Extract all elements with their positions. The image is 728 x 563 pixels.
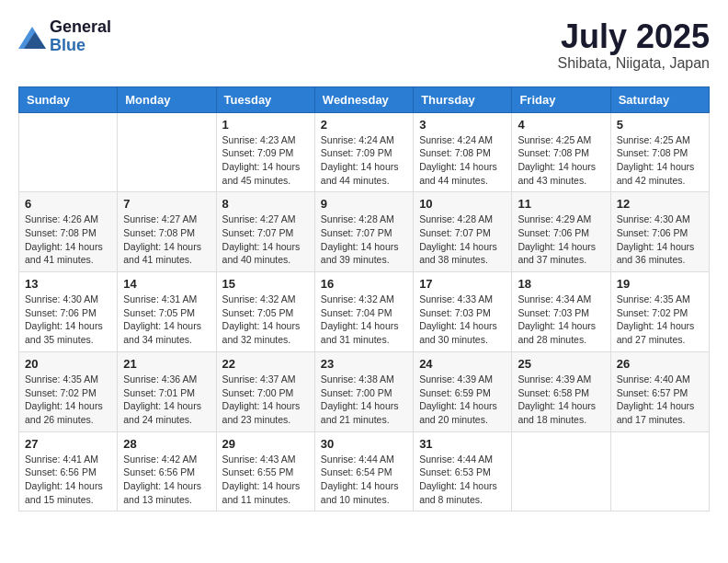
calendar-cell: 15Sunrise: 4:32 AM Sunset: 7:05 PM Dayli… [216, 272, 314, 352]
day-info: Sunrise: 4:36 AM Sunset: 7:01 PM Dayligh… [123, 373, 210, 427]
logo-icon [18, 23, 46, 51]
day-info: Sunrise: 4:30 AM Sunset: 7:06 PM Dayligh… [25, 293, 111, 347]
day-info: Sunrise: 4:27 AM Sunset: 7:08 PM Dayligh… [123, 213, 210, 267]
header-monday: Monday [118, 86, 216, 112]
day-info: Sunrise: 4:44 AM Sunset: 6:53 PM Dayligh… [419, 453, 506, 507]
calendar-cell [118, 112, 216, 192]
calendar-cell: 6Sunrise: 4:26 AM Sunset: 7:08 PM Daylig… [19, 192, 118, 272]
day-number: 18 [518, 277, 604, 291]
calendar-week-row-2: 6Sunrise: 4:26 AM Sunset: 7:08 PM Daylig… [19, 192, 710, 272]
day-info: Sunrise: 4:41 AM Sunset: 6:56 PM Dayligh… [25, 453, 111, 507]
logo-general-text: General [50, 18, 111, 37]
calendar-week-row-5: 27Sunrise: 4:41 AM Sunset: 6:56 PM Dayli… [19, 431, 710, 511]
calendar-cell: 31Sunrise: 4:44 AM Sunset: 6:53 PM Dayli… [414, 431, 512, 511]
calendar-cell: 10Sunrise: 4:28 AM Sunset: 7:07 PM Dayli… [414, 192, 512, 272]
header-tuesday: Tuesday [216, 86, 314, 112]
day-info: Sunrise: 4:34 AM Sunset: 7:03 PM Dayligh… [518, 293, 604, 347]
calendar-cell: 21Sunrise: 4:36 AM Sunset: 7:01 PM Dayli… [118, 351, 216, 431]
day-info: Sunrise: 4:25 AM Sunset: 7:08 PM Dayligh… [617, 133, 703, 188]
day-number: 15 [222, 277, 309, 291]
day-number: 31 [419, 437, 506, 451]
weekday-header-row: Sunday Monday Tuesday Wednesday Thursday… [19, 86, 710, 112]
day-info: Sunrise: 4:42 AM Sunset: 6:56 PM Dayligh… [123, 453, 210, 507]
day-info: Sunrise: 4:33 AM Sunset: 7:03 PM Dayligh… [419, 293, 506, 347]
location-subtitle: Shibata, Niigata, Japan [558, 55, 710, 72]
day-info: Sunrise: 4:32 AM Sunset: 7:04 PM Dayligh… [321, 293, 407, 347]
header-friday: Friday [512, 86, 610, 112]
calendar-week-row-3: 13Sunrise: 4:30 AM Sunset: 7:06 PM Dayli… [19, 272, 710, 352]
calendar-cell: 25Sunrise: 4:39 AM Sunset: 6:58 PM Dayli… [512, 351, 610, 431]
day-info: Sunrise: 4:44 AM Sunset: 6:54 PM Dayligh… [321, 453, 407, 507]
day-info: Sunrise: 4:39 AM Sunset: 6:58 PM Dayligh… [518, 373, 604, 427]
day-number: 4 [518, 118, 604, 132]
calendar-cell: 13Sunrise: 4:30 AM Sunset: 7:06 PM Dayli… [19, 272, 118, 352]
day-info: Sunrise: 4:39 AM Sunset: 6:59 PM Dayligh… [419, 373, 506, 427]
calendar-cell: 7Sunrise: 4:27 AM Sunset: 7:08 PM Daylig… [118, 192, 216, 272]
logo-text: General Blue [50, 18, 111, 55]
day-number: 14 [123, 277, 210, 291]
calendar-cell: 2Sunrise: 4:24 AM Sunset: 7:09 PM Daylig… [314, 112, 413, 192]
calendar-cell [19, 112, 118, 192]
day-info: Sunrise: 4:43 AM Sunset: 6:55 PM Dayligh… [222, 453, 309, 507]
day-info: Sunrise: 4:23 AM Sunset: 7:09 PM Dayligh… [222, 133, 309, 188]
day-number: 23 [321, 357, 407, 371]
day-number: 1 [222, 118, 309, 132]
day-number: 13 [25, 277, 111, 291]
header-sunday: Sunday [19, 86, 118, 112]
calendar-cell: 26Sunrise: 4:40 AM Sunset: 6:57 PM Dayli… [610, 351, 709, 431]
day-number: 27 [25, 437, 111, 451]
day-number: 7 [123, 197, 210, 211]
calendar-cell: 20Sunrise: 4:35 AM Sunset: 7:02 PM Dayli… [19, 351, 118, 431]
calendar-cell: 9Sunrise: 4:28 AM Sunset: 7:07 PM Daylig… [314, 192, 413, 272]
calendar-cell: 24Sunrise: 4:39 AM Sunset: 6:59 PM Dayli… [414, 351, 512, 431]
day-number: 25 [518, 357, 604, 371]
day-number: 6 [25, 197, 111, 211]
day-number: 24 [419, 357, 506, 371]
day-info: Sunrise: 4:38 AM Sunset: 7:00 PM Dayligh… [321, 373, 407, 427]
day-info: Sunrise: 4:28 AM Sunset: 7:07 PM Dayligh… [321, 213, 407, 267]
calendar-cell: 3Sunrise: 4:24 AM Sunset: 7:08 PM Daylig… [414, 112, 512, 192]
day-number: 2 [321, 118, 407, 132]
calendar-cell: 1Sunrise: 4:23 AM Sunset: 7:09 PM Daylig… [216, 112, 314, 192]
day-number: 12 [617, 197, 703, 211]
day-info: Sunrise: 4:35 AM Sunset: 7:02 PM Dayligh… [25, 373, 111, 427]
day-number: 29 [222, 437, 309, 451]
day-number: 20 [25, 357, 111, 371]
header-saturday: Saturday [610, 86, 709, 112]
logo-blue-text: Blue [50, 37, 111, 55]
calendar-cell: 18Sunrise: 4:34 AM Sunset: 7:03 PM Dayli… [512, 272, 610, 352]
calendar-cell: 8Sunrise: 4:27 AM Sunset: 7:07 PM Daylig… [216, 192, 314, 272]
day-number: 30 [321, 437, 407, 451]
day-info: Sunrise: 4:26 AM Sunset: 7:08 PM Dayligh… [25, 213, 111, 267]
title-section: July 2025 Shibata, Niigata, Japan [558, 18, 710, 72]
day-number: 5 [617, 118, 703, 132]
calendar-cell: 11Sunrise: 4:29 AM Sunset: 7:06 PM Dayli… [512, 192, 610, 272]
day-number: 9 [321, 197, 407, 211]
calendar-cell: 19Sunrise: 4:35 AM Sunset: 7:02 PM Dayli… [610, 272, 709, 352]
calendar-cell: 5Sunrise: 4:25 AM Sunset: 7:08 PM Daylig… [610, 112, 709, 192]
day-info: Sunrise: 4:40 AM Sunset: 6:57 PM Dayligh… [617, 373, 703, 427]
day-info: Sunrise: 4:29 AM Sunset: 7:06 PM Dayligh… [518, 213, 604, 267]
month-year-title: July 2025 [558, 18, 710, 55]
logo: General Blue [18, 18, 111, 55]
calendar-cell: 4Sunrise: 4:25 AM Sunset: 7:08 PM Daylig… [512, 112, 610, 192]
day-info: Sunrise: 4:28 AM Sunset: 7:07 PM Dayligh… [419, 213, 506, 267]
header-wednesday: Wednesday [314, 86, 413, 112]
day-info: Sunrise: 4:24 AM Sunset: 7:08 PM Dayligh… [419, 133, 506, 188]
calendar-cell [610, 431, 709, 511]
day-info: Sunrise: 4:37 AM Sunset: 7:00 PM Dayligh… [222, 373, 309, 427]
calendar-cell: 14Sunrise: 4:31 AM Sunset: 7:05 PM Dayli… [118, 272, 216, 352]
calendar-cell: 17Sunrise: 4:33 AM Sunset: 7:03 PM Dayli… [414, 272, 512, 352]
day-number: 19 [617, 277, 703, 291]
day-number: 16 [321, 277, 407, 291]
calendar-table: Sunday Monday Tuesday Wednesday Thursday… [18, 86, 710, 512]
day-number: 17 [419, 277, 506, 291]
day-number: 28 [123, 437, 210, 451]
day-number: 11 [518, 197, 604, 211]
day-info: Sunrise: 4:35 AM Sunset: 7:02 PM Dayligh… [617, 293, 703, 347]
calendar-cell: 22Sunrise: 4:37 AM Sunset: 7:00 PM Dayli… [216, 351, 314, 431]
calendar-cell: 27Sunrise: 4:41 AM Sunset: 6:56 PM Dayli… [19, 431, 118, 511]
calendar-week-row-1: 1Sunrise: 4:23 AM Sunset: 7:09 PM Daylig… [19, 112, 710, 192]
calendar-cell: 16Sunrise: 4:32 AM Sunset: 7:04 PM Dayli… [314, 272, 413, 352]
header-thursday: Thursday [414, 86, 512, 112]
